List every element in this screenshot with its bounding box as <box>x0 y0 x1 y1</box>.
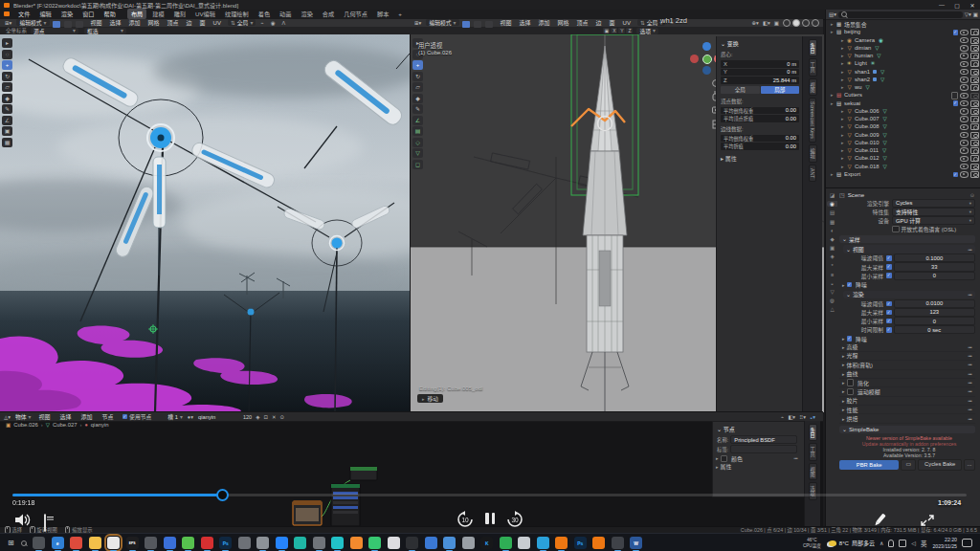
sidebar-tab[interactable]: 条目 <box>809 39 817 56</box>
collapsed-panel[interactable]: ▸ 胶片 ≔ <box>839 397 975 406</box>
tool-icon[interactable]: ▣ <box>2 126 12 136</box>
tool-icon[interactable]: ◆ <box>412 94 423 103</box>
taskbar-app[interactable] <box>425 537 437 549</box>
properties-tab-icon[interactable]: ▽ <box>827 289 837 295</box>
tool-icon[interactable]: ▤ <box>412 126 423 136</box>
proportional-edit-icon[interactable]: ◉ <box>271 20 276 26</box>
bake-more-button[interactable]: ... <box>964 459 975 471</box>
local-button[interactable]: 局部 <box>761 86 800 94</box>
tool-icon[interactable]: + <box>412 60 423 70</box>
denoise-row[interactable]: ▸✓降噪 <box>839 280 975 288</box>
show-overlays-icon[interactable]: ◧▾ <box>763 20 770 26</box>
hide-eye-icon[interactable] <box>960 140 969 146</box>
tray-expand-icon[interactable]: ∧ <box>880 540 883 546</box>
disable-render-icon[interactable] <box>970 132 979 139</box>
new-collection-icon[interactable]: ▣ <box>973 11 978 17</box>
edge-data-field[interactable]: 平均折痕0.00 <box>721 143 799 150</box>
shader-menu-item[interactable]: 节点 <box>102 412 114 421</box>
disable-render-icon[interactable] <box>970 123 979 130</box>
value-checkbox[interactable]: ✓ <box>886 310 892 316</box>
value-field[interactable]: 0.0100 <box>894 299 976 308</box>
disable-render-icon[interactable] <box>970 69 979 76</box>
annotate-pencil-button[interactable] <box>871 513 888 528</box>
options-dropdown[interactable]: 选项▾ <box>636 28 658 34</box>
show-gizmo-icon[interactable]: ⊕▾ <box>751 20 758 26</box>
outliner-row[interactable]: ▸ ▽ Cube.010 ▽ ✓ <box>826 139 980 146</box>
hide-eye-icon[interactable] <box>960 100 969 107</box>
viewport-menu-item[interactable]: 视图 <box>501 18 512 27</box>
axis-toggle[interactable]: Y <box>618 28 625 33</box>
disable-render-icon[interactable] <box>970 155 979 162</box>
hide-eye-icon[interactable] <box>960 156 969 163</box>
pivot-dropdown[interactable]: 源点▾ <box>31 28 78 34</box>
slot-grid-icon[interactable]: ⠿▾ <box>799 414 806 420</box>
pin-icon[interactable]: ⊙ <box>280 414 285 420</box>
taskbar-app[interactable] <box>182 537 194 549</box>
notification-center-icon[interactable] <box>962 539 972 547</box>
taskbar-app[interactable] <box>33 537 45 549</box>
taskbar-app[interactable] <box>462 537 475 549</box>
global-button[interactable]: 全局 <box>721 86 760 94</box>
taskbar-app[interactable]: Ps <box>219 537 232 549</box>
shader-menu-item[interactable]: 添加 <box>81 412 93 421</box>
median-field[interactable]: Y0 m <box>721 69 799 77</box>
outliner-row[interactable]: ▸ ▽ Cube.009 ▽ ✓ <box>826 131 980 139</box>
hide-eye-icon[interactable] <box>960 77 969 83</box>
disable-render-icon[interactable] <box>970 147 979 154</box>
outliner-row[interactable]: ▸ ▦ 场景集合 ✓ <box>826 20 980 28</box>
value-checkbox[interactable]: ✓ <box>886 255 892 261</box>
fake-user-shield-icon[interactable]: ◈ <box>256 414 259 420</box>
node-item-panel[interactable]: ▸属性 <box>713 463 801 471</box>
editor-type-icon[interactable]: ⊞▾ <box>414 20 421 26</box>
exclude-checkbox[interactable]: ✓ <box>953 172 959 178</box>
collapsed-panel[interactable]: ▸ 光程 ≔ <box>839 352 975 361</box>
disable-render-icon[interactable] <box>970 77 979 83</box>
disable-render-icon[interactable] <box>970 140 979 146</box>
viewport-menu-item[interactable]: 网格 <box>148 18 160 27</box>
outliner-row[interactable]: ▸ ▽ shan1 ▽ ✓ <box>826 68 980 76</box>
shader-editor-canvas[interactable] <box>0 421 823 526</box>
viewport-menu-item[interactable]: 边 <box>596 18 602 27</box>
disable-render-icon[interactable] <box>970 37 979 44</box>
sidebar-tab[interactable]: 工具 <box>809 58 817 76</box>
viewport-menu-item[interactable]: 添加 <box>129 18 141 27</box>
disable-render-icon[interactable] <box>970 29 979 35</box>
taskbar-app[interactable] <box>164 537 176 549</box>
shading-rendered-icon[interactable] <box>812 19 819 27</box>
value-field[interactable]: 123 <box>894 308 976 317</box>
axis-toggle[interactable]: X <box>611 28 617 33</box>
hide-eye-icon[interactable] <box>960 108 969 115</box>
taskbar-app[interactable] <box>70 537 82 549</box>
panel-checkbox[interactable] <box>847 388 855 396</box>
disable-render-icon[interactable] <box>970 108 979 115</box>
tool-icon[interactable]: ✎ <box>412 104 423 114</box>
tool-icon[interactable]: + <box>2 60 12 70</box>
taskbar-app[interactable] <box>256 537 269 549</box>
hide-eye-icon[interactable] <box>960 37 969 44</box>
value-checkbox[interactable]: ✓ <box>886 327 892 333</box>
setting-dropdown[interactable]: 支持特性▾ <box>892 208 975 216</box>
pause-button[interactable] <box>485 513 495 524</box>
editor-type-icon[interactable]: ⊞▾ <box>5 20 11 26</box>
tool-icon[interactable]: ◆ <box>2 94 12 103</box>
hide-eye-icon[interactable] <box>960 84 969 91</box>
node-label-field[interactable] <box>730 445 797 453</box>
collapsed-panel[interactable]: ▸ 性能 ≔ <box>839 406 975 414</box>
outliner-row[interactable]: ▸ ▽ Cube.012 ▽ ✓ <box>826 154 980 162</box>
slot-dropdown[interactable]: 槽 1▾ <box>165 413 186 420</box>
taskbar-app[interactable] <box>145 537 157 549</box>
disable-render-icon[interactable] <box>970 164 979 170</box>
snap-icon[interactable]: ⌁ <box>781 414 784 420</box>
taskbar-app[interactable] <box>238 537 251 549</box>
tool-icon[interactable]: ▦ <box>2 138 12 147</box>
axis-toggle[interactable]: Z <box>626 28 633 33</box>
setting-dropdown[interactable]: GPU 计算▾ <box>892 216 975 225</box>
taskbar-app[interactable] <box>612 537 624 549</box>
hide-eye-icon[interactable] <box>960 30 969 36</box>
outliner-search-input[interactable] <box>838 11 963 18</box>
properties-tab-icon[interactable]: ◈ <box>827 253 837 259</box>
tool-icon[interactable]: ▱ <box>412 82 423 92</box>
outliner-row[interactable]: ▸ ▤ sekuai ✓ <box>826 99 980 107</box>
taskbar-app[interactable] <box>518 537 530 549</box>
tool-icon[interactable]: ✎ <box>2 104 12 114</box>
